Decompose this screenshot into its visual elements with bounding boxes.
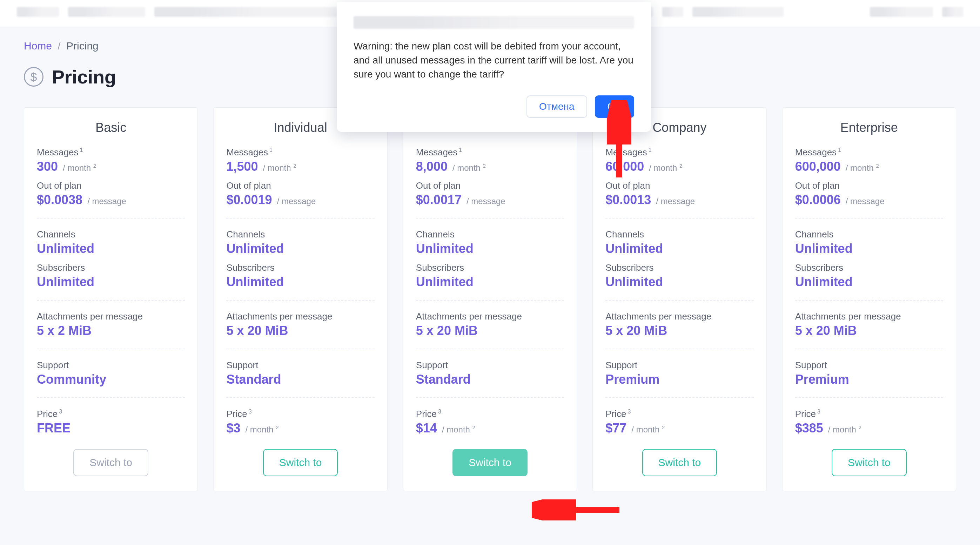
messages-value: 8,000 [416,159,447,174]
plan-name: Basic [37,120,185,135]
attachments-label: Attachments per message [795,311,943,322]
messages-value: 600,000 [795,159,841,174]
plan-name: Enterprise [795,120,943,135]
attachments-value: 5 x 20 MiB [605,323,667,338]
annotation-arrow-icon [607,100,632,181]
channels-value: Unlimited [605,241,663,256]
dialog-message: Warning: the new plan cost will be debit… [353,39,634,81]
switch-to-button[interactable]: Switch to [642,449,717,476]
channels-label: Channels [37,229,185,240]
plan-card-enterprise: Enterprise Messages1 600,000 / month 2 O… [782,107,956,491]
attachments-value: 5 x 20 MiB [795,323,857,338]
price-suffix: / month 2 [828,424,861,435]
price-value: $77 [605,421,627,435]
breadcrumb-home[interactable]: Home [24,40,52,52]
out-of-plan-suffix: / message [656,196,695,206]
price-suffix: / month 2 [632,424,665,435]
messages-suffix: / month 2 [452,163,486,173]
messages-suffix: / month 2 [263,163,296,173]
switch-to-button[interactable]: Switch to [832,449,907,476]
out-of-plan-label: Out of plan [226,180,374,191]
support-value: Community [37,372,106,387]
out-of-plan-suffix: / message [277,196,316,206]
attachments-value: 5 x 20 MiB [416,323,478,338]
messages-label: Messages1 [416,147,564,158]
breadcrumb-sep: / [57,40,60,52]
confirm-dialog: Warning: the new plan cost will be debit… [337,2,651,132]
switch-to-button: Switch to [73,449,148,476]
support-value: Premium [795,372,849,387]
subscribers-value: Unlimited [795,275,853,289]
support-label: Support [226,360,374,371]
out-of-plan-label: Out of plan [605,180,753,191]
subscribers-label: Subscribers [795,262,943,273]
out-of-plan-value: $0.0019 [226,192,272,207]
support-label: Support [37,360,185,371]
price-label: Price3 [795,408,943,419]
support-label: Support [605,360,753,371]
out-of-plan-value: $0.0038 [37,192,83,207]
subscribers-label: Subscribers [37,262,185,273]
cancel-button[interactable]: Отмена [527,95,587,118]
price-label: Price3 [605,408,753,419]
subscribers-label: Subscribers [416,262,564,273]
price-label: Price3 [37,408,185,419]
subscribers-value: Unlimited [37,275,94,289]
subscribers-value: Unlimited [416,275,474,289]
channels-label: Channels [226,229,374,240]
messages-suffix: / month 2 [649,163,682,173]
messages-label: Messages1 [37,147,185,158]
out-of-plan-value: $0.0006 [795,192,841,207]
plan-card-individual: Individual Messages1 1,500 / month 2 Out… [213,107,387,491]
channels-value: Unlimited [37,241,94,256]
attachments-value: 5 x 20 MiB [226,323,288,338]
attachments-value: 5 x 2 MiB [37,323,92,338]
channels-value: Unlimited [416,241,474,256]
price-value: FREE [37,421,70,435]
channels-value: Unlimited [795,241,853,256]
breadcrumb-current: Pricing [66,40,99,52]
messages-value: 300 [37,159,58,174]
out-of-plan-suffix: / message [466,196,506,206]
switch-to-button[interactable]: Switch to [452,449,528,476]
support-value: Premium [605,372,659,387]
attachments-label: Attachments per message [37,311,185,322]
channels-value: Unlimited [226,241,284,256]
out-of-plan-suffix: / message [846,196,885,206]
price-suffix: / month 2 [442,424,475,435]
subscribers-label: Subscribers [605,262,753,273]
dialog-title-blurred [353,16,634,29]
plan-card-basic: Basic Messages1 300 / month 2 Out of pla… [24,107,198,491]
subscribers-label: Subscribers [226,262,374,273]
price-suffix: / month 2 [245,424,278,435]
subscribers-value: Unlimited [226,275,284,289]
annotation-arrow-icon [532,499,623,520]
price-value: $3 [226,421,240,435]
attachments-label: Attachments per message [416,311,564,322]
channels-label: Channels [416,229,564,240]
channels-label: Channels [605,229,753,240]
attachments-label: Attachments per message [226,311,374,322]
out-of-plan-suffix: / message [88,196,126,206]
dollar-icon: $ [24,67,43,87]
messages-suffix: / month 2 [846,163,879,173]
price-value: $385 [795,421,823,435]
price-label: Price3 [416,408,564,419]
plan-card-team: Team Messages1 8,000 / month 2 Out of pl… [403,107,577,491]
messages-suffix: / month 2 [63,163,96,173]
messages-label: Messages1 [795,147,943,158]
messages-value: 1,500 [226,159,258,174]
out-of-plan-label: Out of plan [37,180,185,191]
channels-label: Channels [795,229,943,240]
out-of-plan-value: $0.0017 [416,192,461,207]
out-of-plan-label: Out of plan [416,180,564,191]
messages-label: Messages1 [226,147,374,158]
out-of-plan-label: Out of plan [795,180,943,191]
subscribers-value: Unlimited [605,275,663,289]
support-label: Support [795,360,943,371]
attachments-label: Attachments per message [605,311,753,322]
support-value: Standard [226,372,281,387]
price-value: $14 [416,421,437,435]
switch-to-button[interactable]: Switch to [263,449,338,476]
page-title: Pricing [52,66,116,88]
